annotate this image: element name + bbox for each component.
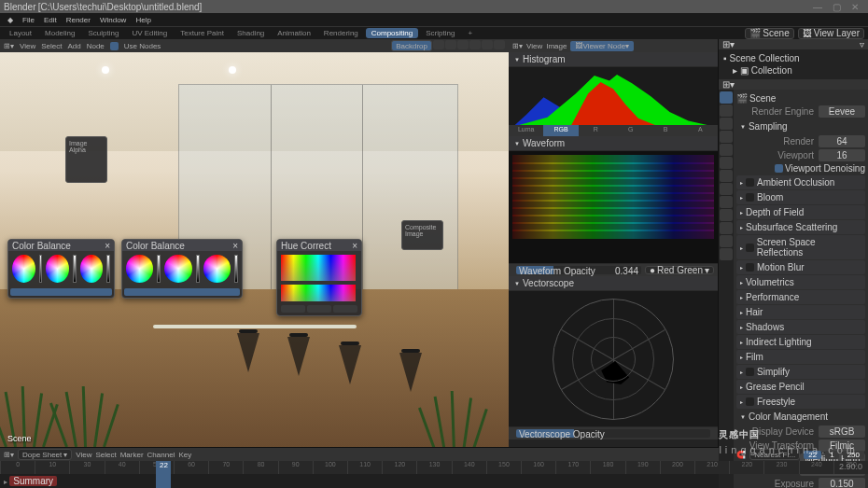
snap-icon[interactable]: 🧲 <box>736 451 746 459</box>
tl-view[interactable]: View <box>76 451 91 459</box>
dopesheet-mode[interactable]: Dope Sheet ▾ <box>18 449 72 460</box>
waveform-opacity-slider[interactable]: Waveform Opacity0.344 <box>516 266 641 274</box>
panel-ao[interactable]: ▸Ambient Occlusion <box>736 175 865 189</box>
viewport-samples-field[interactable]: 16 <box>819 149 865 161</box>
waveform-mode-dropdown[interactable]: ● Red Green ▾ <box>645 266 714 274</box>
scene-dropdown[interactable]: 🎬Scene <box>745 28 793 39</box>
maximize-button[interactable]: ▢ <box>827 2 846 12</box>
texture-tab-icon[interactable] <box>720 248 733 260</box>
close-button[interactable]: ✕ <box>846 2 864 12</box>
data-tab-icon[interactable] <box>720 222 733 234</box>
header-add[interactable]: Add <box>67 42 80 50</box>
output-tab-icon[interactable] <box>720 105 733 117</box>
outliner[interactable]: ▪ Scene Collection ▸ ▣ Collection <box>719 49 868 79</box>
backdrop-toggle[interactable]: Backdrop <box>391 40 432 51</box>
display-device-dropdown[interactable]: sRGB <box>819 425 865 438</box>
panel-simplify[interactable]: ▸Simplify <box>736 365 865 379</box>
menu-window[interactable]: Window <box>96 16 130 24</box>
vectorscope-header[interactable]: ▼Vectorscope <box>509 276 718 291</box>
tab-modeling[interactable]: Modeling <box>39 28 80 38</box>
panel-vol[interactable]: ▸Volumetrics <box>736 275 865 289</box>
constraint-tab-icon[interactable] <box>720 209 733 221</box>
frame-current[interactable]: 22 <box>804 451 821 459</box>
color-mgmt-panel[interactable]: ▼Color Management <box>736 410 865 424</box>
panel-mblur[interactable]: ▸Motion Blur <box>736 260 865 274</box>
panel-gp[interactable]: ▸Grease Pencil <box>736 380 865 394</box>
tab-add[interactable]: + <box>462 28 478 38</box>
scopes-view[interactable]: View <box>526 42 542 50</box>
panel-sss[interactable]: ▸Subsurface Scattering <box>736 220 865 234</box>
histo-g[interactable]: G <box>613 125 648 136</box>
header-view[interactable]: View <box>20 42 35 50</box>
tab-uv[interactable]: UV Editing <box>126 28 173 38</box>
menu-edit[interactable]: Edit <box>40 16 61 24</box>
panel-bloom[interactable]: ▸Bloom <box>736 190 865 204</box>
node-color-balance-1[interactable]: Color Balance× <box>7 239 115 299</box>
minimize-button[interactable]: — <box>808 2 827 12</box>
tab-animation[interactable]: Animation <box>272 28 316 38</box>
physics-tab-icon[interactable] <box>720 196 733 208</box>
editor-type-icon[interactable]: ⊞▾ <box>4 42 14 50</box>
header-icon[interactable] <box>469 40 481 49</box>
tab-scripting[interactable]: Scripting <box>420 28 460 38</box>
scopes-source-dropdown[interactable]: 🖼 Viewer Node ▾ <box>570 41 634 51</box>
timeline-ruler[interactable]: 0103040506070809010011012013014015016017… <box>0 461 868 474</box>
histo-a[interactable]: A <box>683 125 718 136</box>
tl-select[interactable]: Select <box>95 451 116 459</box>
panel-perf[interactable]: ▸Performance <box>736 290 865 304</box>
timeline-editor-icon[interactable]: ⊞▾ <box>4 451 14 459</box>
render-tab-icon[interactable] <box>720 91 733 104</box>
material-tab-icon[interactable] <box>720 235 733 247</box>
node-render-layers[interactable]: ImageAlpha <box>65 136 107 183</box>
node-hue-saturation[interactable]: Hue Correct× <box>276 239 362 316</box>
panel-film[interactable]: ▸Film <box>736 350 865 364</box>
header-node[interactable]: Node <box>87 42 105 50</box>
modifier-tab-icon[interactable] <box>720 170 733 182</box>
header-icon[interactable] <box>494 40 505 49</box>
outliner-root[interactable]: ▪ Scene Collection <box>721 52 865 64</box>
panel-hair[interactable]: ▸Hair <box>736 305 865 319</box>
panel-dof[interactable]: ▸Depth of Field <box>736 205 865 219</box>
header-select[interactable]: Select <box>41 42 62 50</box>
tab-sculpting[interactable]: Sculpting <box>83 28 125 38</box>
histo-luma[interactable]: Luma <box>509 125 543 136</box>
header-icon[interactable] <box>457 40 469 49</box>
panel-ssr[interactable]: ▸Screen Space Reflections <box>736 235 865 259</box>
world-tab-icon[interactable] <box>720 144 733 156</box>
node-color-balance-2[interactable]: Color Balance× <box>121 239 243 299</box>
scopes-editor-icon[interactable]: ⊞▾ <box>512 42 523 50</box>
snap-dropdown[interactable]: Nearest Fr... <box>749 449 800 460</box>
histo-r[interactable]: R <box>579 125 613 136</box>
tl-key[interactable]: Key <box>178 451 191 459</box>
filter-icon[interactable]: ▿ <box>860 39 864 49</box>
tab-rendering[interactable]: Rendering <box>318 28 364 38</box>
vectorscope-opacity-slider[interactable]: Vectorscope Opacity <box>516 429 710 438</box>
frame-start[interactable]: 1 <box>825 451 838 459</box>
exposure-field[interactable]: 0.150 <box>819 478 865 488</box>
tl-marker[interactable]: Marker <box>120 451 144 459</box>
render-engine-dropdown[interactable]: Eevee <box>819 105 865 118</box>
panel-freestyle[interactable]: ▸Freestyle <box>736 395 865 409</box>
denoise-checkbox[interactable] <box>775 164 783 173</box>
histo-b[interactable]: B <box>648 125 682 136</box>
viewlayer-dropdown[interactable]: 🖼View Layer <box>798 28 864 39</box>
object-tab-icon[interactable] <box>720 157 733 169</box>
histogram-header[interactable]: ▼Histogram <box>509 52 718 67</box>
tab-texture[interactable]: Texture Paint <box>175 28 230 38</box>
outliner-collection[interactable]: ▸ ▣ Collection <box>721 64 865 77</box>
tl-channel[interactable]: Channel <box>147 451 175 459</box>
menu-render[interactable]: Render <box>63 16 94 24</box>
tab-shading[interactable]: Shading <box>231 28 270 38</box>
viewlayer-tab-icon[interactable] <box>720 118 733 130</box>
header-icon[interactable] <box>482 40 493 49</box>
waveform-header[interactable]: ▼Waveform <box>509 136 718 151</box>
menu-file[interactable]: File <box>19 16 38 24</box>
render-samples-field[interactable]: 64 <box>819 135 865 147</box>
particle-tab-icon[interactable] <box>720 183 733 195</box>
tab-layout[interactable]: Layout <box>4 28 37 38</box>
frame-end[interactable]: 250 <box>843 451 864 459</box>
playhead[interactable]: 22 <box>156 461 171 488</box>
header-icon[interactable] <box>433 40 444 49</box>
panel-shadow[interactable]: ▸Shadows <box>736 320 865 334</box>
panel-indirect[interactable]: ▸Indirect Lighting <box>736 335 865 349</box>
